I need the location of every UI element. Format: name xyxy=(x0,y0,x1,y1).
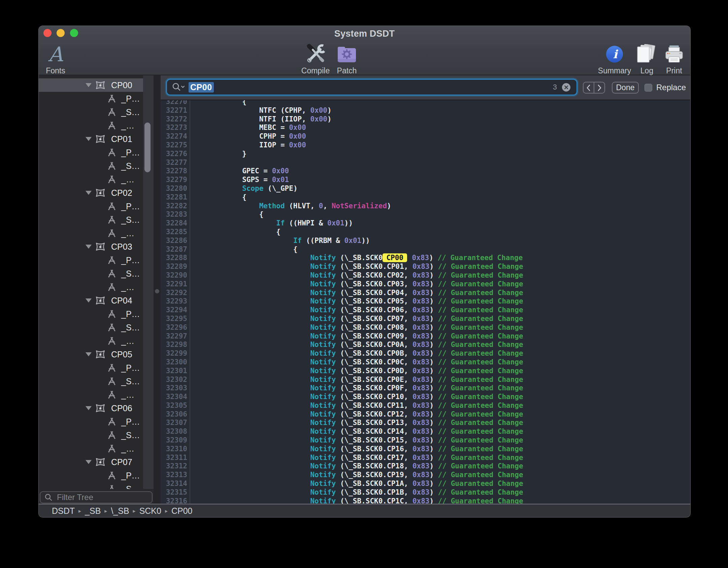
find-input[interactable]: CP00 3 ✕ xyxy=(166,79,577,96)
toolbar-item-patch[interactable]: Patch xyxy=(327,42,367,75)
tree-child-item[interactable]: _S… xyxy=(39,375,154,388)
tree-child-item[interactable]: _S… xyxy=(39,428,154,442)
code-line[interactable]: 32293 Notify (\_SB.SCK0.CP05, 0x83) // G… xyxy=(161,297,690,306)
code-line[interactable]: 32283 { xyxy=(161,210,690,219)
disclosure-triangle-icon[interactable] xyxy=(86,83,92,87)
tree-child-item[interactable]: _S… xyxy=(39,321,154,334)
code-line[interactable]: 32285 { xyxy=(161,228,690,237)
replace-checkbox[interactable] xyxy=(644,84,652,92)
code-line[interactable]: 32299 Notify (\_SB.SCK0.CP0B, 0x83) // G… xyxy=(161,349,690,358)
disclosure-triangle-icon[interactable] xyxy=(86,460,92,464)
code-line[interactable]: 32311 Notify (\_SB.SCK0.CP17, 0x83) // G… xyxy=(161,454,690,462)
tree-child-item[interactable]: _S… xyxy=(39,482,154,489)
breadcrumb-item-_sb[interactable]: \_SB xyxy=(111,506,129,516)
tree-item-cp06[interactable]: CP06 xyxy=(39,401,154,415)
code-line[interactable]: 32297 Notify (\_SB.SCK0.CP09, 0x83) // G… xyxy=(161,332,690,341)
code-line[interactable]: 32279 SGPS = 0x01 xyxy=(161,176,690,184)
tree-child-item[interactable]: _S… xyxy=(39,159,154,173)
acpi-tree[interactable]: CP00_P…_S…_…CP01_P…_S…_…CP02_P…_S…_…CP03… xyxy=(39,75,154,489)
code-editor[interactable]: 32270 {32271 NTFC (CPHP, 0x00)32272 NTFI… xyxy=(161,100,690,504)
tree-scrollbar-track[interactable] xyxy=(143,75,154,489)
code-line[interactable]: 32273 MEBC = 0x00 xyxy=(161,123,690,132)
code-line[interactable]: 32275 IIOP = 0x00 xyxy=(161,141,690,150)
tree-child-item[interactable]: _S… xyxy=(39,105,154,119)
code-line[interactable]: 32295 Notify (\_SB.SCK0.CP07, 0x83) // G… xyxy=(161,315,690,323)
tree-child-item[interactable]: _S… xyxy=(39,267,154,280)
code-line[interactable]: 32291 Notify (\_SB.SCK0.CP03, 0x83) // G… xyxy=(161,280,690,289)
code-line[interactable]: 32314 Notify (\_SB.SCK0.CP1A, 0x83) // G… xyxy=(161,480,690,488)
tree-item-cp01[interactable]: CP01 xyxy=(39,132,154,146)
tree-child-item[interactable]: _P… xyxy=(39,415,154,428)
tree-child-item[interactable]: _S… xyxy=(39,213,154,226)
tree-item-cp07[interactable]: CP07 xyxy=(39,455,154,469)
code-line[interactable]: 32271 NTFC (CPHP, 0x00) xyxy=(161,106,690,115)
disclosure-triangle-icon[interactable] xyxy=(86,245,92,249)
tree-child-item[interactable]: _… xyxy=(39,280,154,294)
code-line[interactable]: 32302 Notify (\_SB.SCK0.CP0E, 0x83) // G… xyxy=(161,376,690,384)
code-line[interactable]: 32277 xyxy=(161,158,690,167)
code-line[interactable]: 32294 Notify (\_SB.SCK0.CP06, 0x83) // G… xyxy=(161,306,690,315)
tree-child-item[interactable]: _… xyxy=(39,442,154,455)
code-line[interactable]: 32316 Notify (\_SB.SCK0.CP1C, 0x83) // G… xyxy=(161,497,690,504)
code-line[interactable]: 32301 Notify (\_SB.SCK0.CP0D, 0x83) // G… xyxy=(161,367,690,376)
code-line[interactable]: 32303 Notify (\_SB.SCK0.CP0F, 0x83) // G… xyxy=(161,384,690,393)
code-line[interactable]: 32274 CPHP = 0x00 xyxy=(161,132,690,141)
disclosure-triangle-icon[interactable] xyxy=(86,352,92,356)
disclosure-triangle-icon[interactable] xyxy=(86,298,92,303)
code-line[interactable]: 32309 Notify (\_SB.SCK0.CP15, 0x83) // G… xyxy=(161,436,690,445)
disclosure-triangle-icon[interactable] xyxy=(86,137,92,141)
tree-item-cp04[interactable]: CP04 xyxy=(39,294,154,307)
tree-child-item[interactable]: _… xyxy=(39,226,154,240)
code-line[interactable]: 32304 Notify (\_SB.SCK0.CP10, 0x83) // G… xyxy=(161,393,690,401)
clear-search-icon[interactable]: ✕ xyxy=(562,83,570,92)
tree-item-cp00[interactable]: CP00 xyxy=(39,78,154,92)
code-line[interactable]: 32278 GPEC = 0x00 xyxy=(161,167,690,176)
code-line[interactable]: 32315 Notify (\_SB.SCK0.CP1B, 0x83) // G… xyxy=(161,488,690,497)
code-line[interactable]: 32306 Notify (\_SB.SCK0.CP12, 0x83) // G… xyxy=(161,410,690,419)
tree-child-item[interactable]: _P… xyxy=(39,361,154,375)
tree-child-item[interactable]: _… xyxy=(39,173,154,186)
tree-child-item[interactable]: _… xyxy=(39,388,154,401)
code-line[interactable]: 32287 { xyxy=(161,245,690,254)
tree-child-item[interactable]: _… xyxy=(39,334,154,348)
code-line[interactable]: 32296 Notify (\_SB.SCK0.CP08, 0x83) // G… xyxy=(161,323,690,332)
toolbar-item-print[interactable]: Print xyxy=(654,42,690,75)
tree-child-item[interactable]: _P… xyxy=(39,200,154,213)
tree-item-cp05[interactable]: CP05 xyxy=(39,348,154,361)
code-line[interactable]: 32290 Notify (\_SB.SCK0.CP02, 0x83) // G… xyxy=(161,271,690,280)
code-line[interactable]: 32276 } xyxy=(161,150,690,158)
tree-scrollbar-thumb[interactable] xyxy=(144,122,151,172)
tree-item-cp03[interactable]: CP03 xyxy=(39,240,154,253)
tree-child-item[interactable]: _P… xyxy=(39,469,154,482)
find-previous-button[interactable] xyxy=(584,82,594,93)
filter-tree-input[interactable]: Filter Tree xyxy=(40,491,153,503)
tree-child-item[interactable]: _P… xyxy=(39,253,154,267)
code-line[interactable]: 32312 Notify (\_SB.SCK0.CP18, 0x83) // G… xyxy=(161,462,690,471)
code-line[interactable]: 32313 Notify (\_SB.SCK0.CP19, 0x83) // G… xyxy=(161,471,690,480)
code-line[interactable]: 32310 Notify (\_SB.SCK0.CP16, 0x83) // G… xyxy=(161,445,690,454)
code-line[interactable]: 32307 Notify (\_SB.SCK0.CP13, 0x83) // G… xyxy=(161,419,690,427)
breadcrumb-item-sck0[interactable]: SCK0 xyxy=(139,506,161,516)
disclosure-triangle-icon[interactable] xyxy=(86,406,92,410)
tree-child-item[interactable]: _P… xyxy=(39,92,154,105)
toolbar-item-fonts[interactable]: AFonts xyxy=(39,42,76,75)
done-button[interactable]: Done xyxy=(612,82,639,94)
code-line[interactable]: 32272 NTFI (IIOP, 0x00) xyxy=(161,115,690,124)
code-line[interactable]: 32305 Notify (\_SB.SCK0.CP11, 0x83) // G… xyxy=(161,401,690,410)
code-line[interactable]: 32281 { xyxy=(161,193,690,202)
disclosure-triangle-icon[interactable] xyxy=(86,191,92,195)
code-line[interactable]: 32298 Notify (\_SB.SCK0.CP0A, 0x83) // G… xyxy=(161,341,690,349)
splitter-handle[interactable] xyxy=(155,289,159,293)
code-line[interactable]: 32288 Notify (\_SB.SCK0CP00 0x83) // Gua… xyxy=(161,254,690,262)
tree-item-cp02[interactable]: CP02 xyxy=(39,186,154,200)
code-line[interactable]: 32289 Notify (\_SB.SCK0.CP01, 0x83) // G… xyxy=(161,262,690,271)
breadcrumb-item-dsdt[interactable]: DSDT xyxy=(52,506,75,516)
code-line[interactable]: 32308 Notify (\_SB.SCK0.CP14, 0x83) // G… xyxy=(161,427,690,436)
tree-child-item[interactable]: _P… xyxy=(39,307,154,321)
breadcrumb-item-_sb[interactable]: _SB xyxy=(85,506,101,516)
code-line[interactable]: 32284 If ((HWPI & 0x01)) xyxy=(161,219,690,228)
search-icon[interactable] xyxy=(171,82,186,92)
code-line[interactable]: 32300 Notify (\_SB.SCK0.CP0C, 0x83) // G… xyxy=(161,358,690,367)
code-line[interactable]: 32270 { xyxy=(161,100,690,106)
breadcrumb-item-cp00[interactable]: CP00 xyxy=(171,506,193,516)
